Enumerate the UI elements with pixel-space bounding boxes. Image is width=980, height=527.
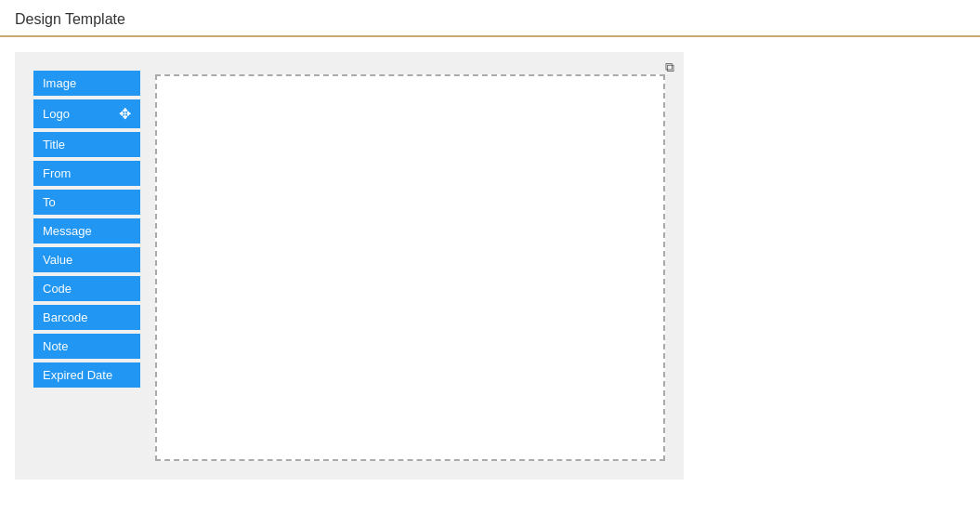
main-content: ⧉ ImageLogo✥TitleFromToMessageValueCodeB… <box>0 37 980 494</box>
element-btn-logo[interactable]: Logo✥ <box>33 99 140 128</box>
element-btn-expired-date[interactable]: Expired Date <box>33 362 140 388</box>
edit-icon-container[interactable]: ⧉ <box>665 59 674 75</box>
element-btn-to[interactable]: To <box>33 190 140 215</box>
element-btn-barcode[interactable]: Barcode <box>33 305 140 330</box>
page-title: Design Template <box>15 11 965 28</box>
element-btn-image[interactable]: Image <box>33 71 140 96</box>
element-btn-code[interactable]: Code <box>33 276 140 301</box>
element-btn-note[interactable]: Note <box>33 334 140 359</box>
design-canvas: ⧉ ImageLogo✥TitleFromToMessageValueCodeB… <box>15 52 684 480</box>
preview-area <box>155 74 665 461</box>
element-btn-title[interactable]: Title <box>33 132 140 157</box>
element-btn-value[interactable]: Value <box>33 247 140 272</box>
page-header: Design Template <box>0 0 980 37</box>
element-btn-from[interactable]: From <box>33 161 140 186</box>
edit-icon[interactable]: ⧉ <box>665 59 674 74</box>
move-icon: ✥ <box>119 105 131 123</box>
element-label-logo: Logo <box>43 107 70 121</box>
elements-panel: ImageLogo✥TitleFromToMessageValueCodeBar… <box>33 71 140 461</box>
element-btn-message[interactable]: Message <box>33 218 140 244</box>
